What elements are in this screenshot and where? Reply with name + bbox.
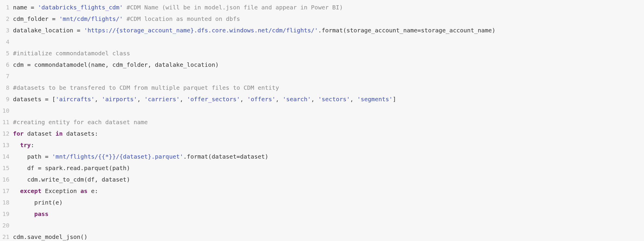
code-token-plain: path = [13,153,52,160]
code-token-str: 'offers' [247,96,275,103]
code-line[interactable]: except Exception as e: [13,185,644,197]
code-line[interactable]: #datasets to be transfered to CDM from m… [13,82,644,94]
code-line[interactable]: try: [13,139,644,151]
code-line[interactable]: df = spark.read.parquet(path) [13,162,644,174]
code-line[interactable] [13,36,644,48]
code-token-kw: except [20,187,41,195]
code-token-plain: Exception [41,187,80,195]
code-token-str: 'sectors' [318,96,350,103]
code-token-comm: #initialize commondatamodel class [13,50,130,57]
code-line[interactable] [13,105,644,117]
line-number: 6 [2,59,9,71]
code-token-plain: e: [87,187,98,195]
code-token-plain [13,210,34,217]
line-number: 4 [2,36,9,48]
line-number: 7 [2,71,9,82]
line-number: 17 [2,185,9,197]
code-token-plain: datasets = [ [13,96,56,103]
code-line[interactable]: #creating entity for each dataset name [13,117,644,128]
code-token-kw: in [56,130,63,137]
code-token-plain: name = [13,4,38,11]
code-token-str: 'https://{storage_account_name}.dfs.core… [84,27,318,34]
code-token-str: 'airports' [102,96,137,103]
code-token-str: 'offer_sectors' [187,96,240,103]
code-token-plain: datalake_location = [13,27,84,34]
code-token-str: 'carriers' [144,96,180,103]
code-token-plain: , [311,96,318,103]
code-token-comm: #CDM Name (will be in model.json file an… [126,4,343,11]
code-line[interactable]: cdm_folder = 'mnt/cdm/flights/' #CDM loc… [13,13,644,25]
code-token-plain: cdm_folder = [13,15,59,22]
line-number: 20 [2,220,9,231]
line-number: 21 [2,231,9,241]
code-area[interactable]: name = 'databricks_flights_cdm' #CDM Nam… [13,2,644,241]
code-editor[interactable]: 123456789101112131415161718192021 name =… [0,0,644,241]
code-token-str: 'aircrafts' [56,96,95,103]
line-number: 2 [2,13,9,25]
code-token-str: 'mnt/flights/{{*}}/{dataset}.parquet' [52,153,184,160]
code-token-str: 'databricks_flights_cdm' [38,4,123,11]
code-token-plain: , [180,96,187,103]
code-token-plain: print(e) [13,199,63,206]
code-token-plain [123,4,126,11]
code-token-str: 'mnt/cdm/flights/' [59,15,123,22]
line-number: 13 [2,139,9,151]
line-number: 12 [2,128,9,139]
code-token-plain [13,142,20,149]
line-number: 16 [2,174,9,185]
code-token-comm: #CDM location as mounted on dbfs [126,15,240,22]
line-number: 18 [2,197,9,208]
code-token-plain: , [350,96,357,103]
code-token-kw: try [20,142,31,149]
line-number: 1 [2,2,9,13]
code-token-plain: cdm.write_to_cdm(df, dataset) [13,176,130,183]
code-token-plain: dataset [24,130,55,137]
code-token-kw: for [13,130,24,137]
code-token-comm: #creating entity for each dataset name [13,119,148,126]
code-line[interactable]: path = 'mnt/flights/{{*}}/{dataset}.parq… [13,151,644,162]
code-token-plain: , [240,96,247,103]
line-number: 14 [2,151,9,162]
code-line[interactable]: pass [13,208,644,220]
code-token-plain: df = spark.read.parquet(path) [13,164,130,172]
line-number: 15 [2,162,9,174]
code-line[interactable]: for dataset in datasets: [13,128,644,139]
code-token-plain: datasets: [63,130,98,137]
code-token-str: 'segments' [357,96,392,103]
code-token-kw: pass [34,210,48,217]
code-line[interactable]: datasets = ['aircrafts', 'airports', 'ca… [13,94,644,105]
code-line[interactable]: #initialize commondatamodel class [13,48,644,59]
code-line[interactable]: cdm.save_model_json() [13,231,644,241]
code-token-plain: cdm = commondatamodel(name, cdm_folder, … [13,61,219,68]
line-number: 5 [2,48,9,59]
code-token-plain: ] [393,96,396,103]
code-token-plain [13,187,20,195]
line-number: 3 [2,25,9,36]
line-number: 8 [2,82,9,94]
code-token-plain: .format(storage_account_name=storage_acc… [318,27,496,34]
code-line[interactable] [13,220,644,231]
code-token-plain: .format(dataset=dataset) [183,153,268,160]
code-line[interactable]: print(e) [13,197,644,208]
line-number-gutter: 123456789101112131415161718192021 [0,2,13,241]
line-number: 11 [2,117,9,128]
code-line[interactable]: cdm.write_to_cdm(df, dataset) [13,174,644,185]
code-token-plain [123,15,126,22]
code-line[interactable]: datalake_location = 'https://{storage_ac… [13,25,644,36]
code-token-comm: #datasets to be transfered to CDM from m… [13,84,279,91]
code-token-plain: , [137,96,144,103]
code-line[interactable]: cdm = commondatamodel(name, cdm_folder, … [13,59,644,71]
code-line[interactable] [13,71,644,82]
code-token-str: 'search' [283,96,311,103]
code-line[interactable]: name = 'databricks_flights_cdm' #CDM Nam… [13,2,644,13]
code-token-kw: as [80,187,87,195]
code-token-plain: cdm.save_model_json() [13,233,87,240]
code-token-plain: : [31,142,34,149]
line-number: 19 [2,208,9,220]
code-token-plain: , [275,96,283,103]
line-number: 9 [2,94,9,105]
code-token-plain: , [95,96,102,103]
line-number: 10 [2,105,9,117]
